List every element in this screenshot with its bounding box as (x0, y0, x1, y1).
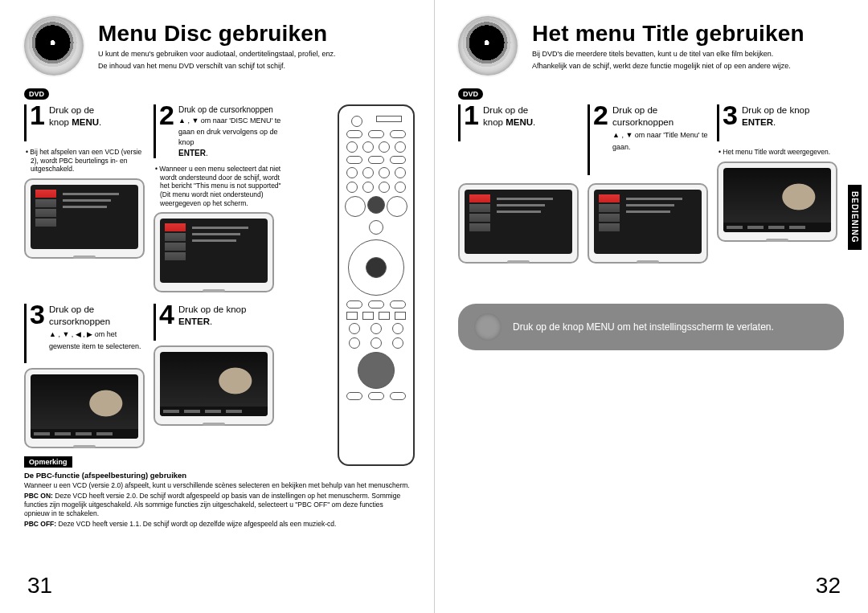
note-tag: Opmerking (24, 456, 72, 468)
step-text: Druk op de cursorknoppen (178, 105, 273, 114)
step-text: Druk op de (49, 105, 94, 115)
step-number: 2 (159, 101, 174, 129)
pbc-on: PBC ON: Deze VCD heeft versie 2.0. De sc… (24, 492, 410, 518)
step-text: knop (483, 117, 506, 127)
exit-instruction-pill: Druk op de knop MENU om het instellingss… (458, 304, 844, 350)
step-text: cursorknoppen (49, 317, 110, 326)
tv-thumbnail (154, 212, 274, 292)
page-title-right: Het menu Title gebruiken (532, 21, 805, 47)
page-number: 32 (816, 573, 841, 599)
step-3: 3 Druk op de knop ENTER. (717, 104, 841, 141)
exit-text: Druk op de knop MENU om het instellingss… (513, 321, 774, 333)
tv-thumbnail (24, 368, 145, 448)
step-1: 1 Druk op de knop MENU. (24, 104, 149, 141)
page-number: 31 (27, 573, 52, 599)
tv-thumbnail (154, 345, 274, 426)
speaker-swirl-icon (24, 16, 84, 76)
intro-line-1: U kunt de menu's gebruiken voor audiotaa… (98, 50, 335, 59)
note-body: Wanneer u een VCD (versie 2.0) afspeelt,… (24, 481, 410, 490)
tv-thumbnail (458, 183, 579, 264)
step-4: 4 Druk op de knop ENTER. (154, 304, 278, 341)
step-text: Druk op de knop (178, 304, 246, 314)
kw-enter: ENTER (178, 317, 210, 326)
kw-enter: ENTER (742, 117, 773, 127)
step-text: ▲ , ▼ , ◀ , ▶ om het gewenste item te se… (49, 330, 141, 350)
step-text: Druk op de (483, 105, 528, 115)
step-text: Druk op de knop (742, 105, 809, 115)
step-text: knop (49, 117, 72, 127)
step-text: ▲ , ▼ om naar 'Title Menu' te gaan. (612, 131, 707, 151)
page-left: Menu Disc gebruiken U kunt de menu's geb… (0, 0, 434, 613)
bullet-title-shown: Het menu Title wordt weergegeven. (717, 148, 841, 157)
tv-thumbnail (588, 183, 708, 264)
bullet-not-supported: Wanneer u een menu selecteert dat niet w… (154, 165, 282, 207)
tv-thumbnail (24, 178, 145, 259)
bullet-vcd: Bij het afspelen van een VCD (versie 2),… (24, 148, 149, 174)
pbc-off: PBC OFF: Deze VCD heeft versie 1.1. De s… (24, 520, 410, 529)
step-text: Druk op de (612, 105, 657, 115)
step-number: 2 (593, 101, 608, 129)
kw-enter: ENTER (178, 149, 206, 157)
kw-menu: MENU (72, 117, 99, 127)
section-tab: BEDIENING (848, 185, 862, 250)
intro-line-2: De inhoud van het menu DVD verschilt van… (98, 62, 335, 71)
step-number: 3 (723, 101, 738, 129)
step-number: 1 (30, 101, 45, 129)
speaker-swirl-icon (458, 16, 518, 76)
step-text: Druk op de (49, 304, 94, 314)
step-text: cursorknoppen (612, 117, 674, 127)
note-title: De PBC-functie (afspeelbesturing) gebrui… (24, 471, 410, 480)
title-bar-right: Het menu Title gebruiken Bij DVD's die m… (458, 16, 844, 76)
tv-thumbnail (717, 161, 837, 242)
step-3: 3 Druk op de cursorknoppen ▲ , ▼ , ◀ , ▶… (24, 304, 149, 363)
title-bar-left: Menu Disc gebruiken U kunt de menu's geb… (24, 16, 410, 76)
step-number: 3 (30, 300, 45, 328)
dvd-badge: DVD (458, 88, 483, 100)
remote-control-illustration (338, 104, 415, 466)
kw-menu: MENU (506, 117, 533, 127)
page-right: Het menu Title gebruiken Bij DVD's die m… (434, 0, 868, 613)
dvd-badge: DVD (24, 88, 49, 100)
step-number: 1 (464, 101, 479, 129)
intro-line-1: Bij DVD's die meerdere titels bevatten, … (532, 50, 805, 59)
step-1: 1 Druk op de knop MENU. (458, 104, 583, 141)
page-title-left: Menu Disc gebruiken (98, 21, 335, 47)
step-text: ▲ , ▼ om naar 'DISC MENU' te gaan en dru… (178, 116, 280, 146)
step-number: 4 (159, 300, 174, 328)
pill-dot-icon (474, 313, 502, 341)
step-2: 2 Druk op de cursorknoppen ▲ , ▼ om naar… (588, 104, 712, 175)
step-2: 2 Druk op de cursorknoppen ▲ , ▼ om naar… (154, 104, 282, 158)
intro-line-2: Afhankelijk van de schijf, werkt deze fu… (532, 62, 805, 71)
